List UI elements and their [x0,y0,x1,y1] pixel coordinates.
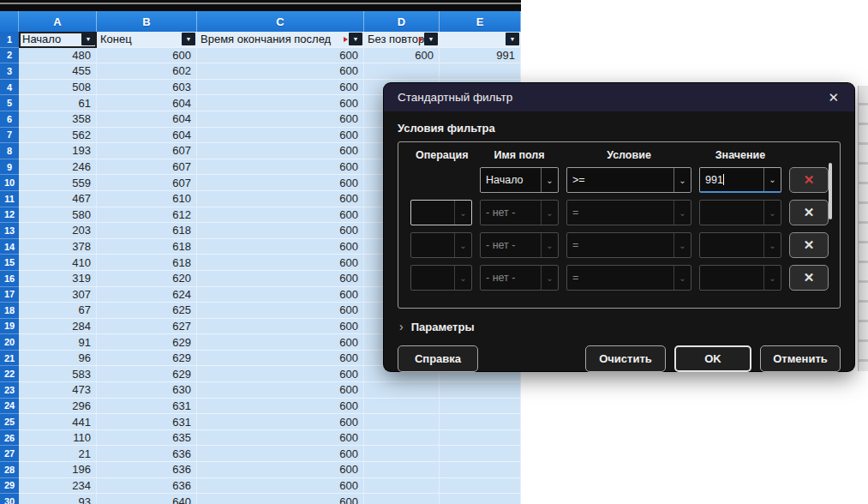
cell[interactable]: 508 [19,80,97,96]
cell[interactable]: 636 [97,478,197,495]
cell[interactable] [440,494,521,504]
cell[interactable]: 600 [197,414,364,430]
operation-dropdown[interactable]: ⌄ [410,232,472,258]
cell[interactable]: 600 [197,128,364,144]
clear-button[interactable]: Очистить [585,345,666,372]
cell[interactable]: 600 [197,319,364,335]
value-combobox[interactable]: 991⌄ [699,167,781,193]
cell[interactable] [364,414,440,430]
chevron-down-icon[interactable]: ⌄ [763,168,781,191]
cell[interactable] [440,446,521,462]
condition-dropdown[interactable]: =⌄ [566,200,691,225]
cell[interactable]: 600 [197,462,364,478]
row-number[interactable]: 15 [0,255,19,271]
cell[interactable] [364,399,440,415]
cell[interactable]: 600 [97,48,197,64]
cell[interactable]: 991 [440,48,521,64]
cell[interactable]: 562 [19,128,97,144]
cell[interactable]: 467 [19,191,97,207]
row-number[interactable]: 27 [0,446,19,462]
operation-dropdown[interactable]: ⌄ [410,200,472,225]
sheet-corner[interactable] [0,11,19,32]
cell[interactable]: 625 [97,303,197,319]
field-name-dropdown[interactable]: - нет -⌄ [480,265,559,291]
row-number[interactable]: 22 [0,366,19,382]
cell[interactable]: 600 [197,255,364,271]
conditions-scrollbar[interactable] [829,163,832,219]
cell[interactable]: 631 [97,414,197,430]
row-number[interactable]: 11 [0,191,19,207]
cell[interactable]: 603 [97,80,197,96]
cell[interactable]: 600 [364,48,440,64]
cell[interactable]: 203 [19,223,97,239]
cell[interactable]: 636 [97,462,197,478]
column-header-d[interactable]: D [364,11,440,32]
cell[interactable]: 600 [197,494,364,504]
row-number[interactable]: 17 [0,287,19,303]
field-name-dropdown[interactable]: Начало⌄ [480,167,559,193]
cell[interactable]: 620 [97,271,197,287]
filter-header-cell[interactable]: Начало▼ [19,32,97,48]
field-name-dropdown[interactable]: - нет -⌄ [480,200,559,225]
condition-dropdown[interactable]: =⌄ [566,265,691,291]
cell[interactable] [440,462,521,478]
cell[interactable]: 618 [97,255,197,271]
cell[interactable]: 627 [97,319,197,335]
chevron-down-icon[interactable]: ⌄ [673,201,691,225]
row-number[interactable]: 18 [0,303,19,319]
row-number[interactable]: 24 [0,399,19,415]
cell[interactable] [364,462,440,478]
cell[interactable]: 196 [19,462,97,478]
help-button[interactable]: Справка [398,345,478,372]
cell[interactable]: 93 [19,494,97,504]
cell[interactable]: 635 [97,430,197,447]
dialog-titlebar[interactable]: Стандартный фильтр ✕ [384,83,854,111]
condition-dropdown[interactable]: >=⌄ [566,167,691,193]
cell[interactable]: 21 [19,446,97,462]
cell[interactable]: 296 [19,399,97,415]
chevron-down-icon[interactable]: ⌄ [541,168,558,192]
cell[interactable]: 610 [97,191,197,207]
cell[interactable]: 600 [197,271,364,287]
filter-header-cell[interactable]: ▼ [440,32,521,48]
cell[interactable]: 600 [197,366,364,382]
cell[interactable]: 600 [197,159,364,176]
cell[interactable]: 61 [19,95,97,111]
chevron-down-icon[interactable]: ⌄ [763,233,781,257]
value-combobox[interactable]: ⌄ [699,265,781,291]
cell[interactable]: 629 [97,366,197,382]
chevron-down-icon[interactable]: ⌄ [541,266,558,290]
cell[interactable]: 600 [197,143,364,159]
chevron-down-icon[interactable]: ⌄ [763,201,781,225]
cell[interactable]: 624 [97,287,197,303]
cell[interactable]: 455 [19,63,97,80]
remove-condition-button[interactable]: ✕ [789,265,829,291]
chevron-down-icon[interactable]: ⌄ [541,201,558,225]
row-number[interactable]: 20 [0,334,19,351]
autofilter-icon[interactable]: ▼ [182,33,195,45]
cell[interactable]: 600 [197,111,364,128]
autofilter-icon[interactable]: ▼ [349,33,362,45]
cell[interactable]: 600 [197,175,364,191]
remove-condition-button[interactable]: ✕ [789,167,829,193]
cell[interactable]: 600 [197,334,364,351]
filter-header-cell[interactable]: Время окончания послед▼ [197,32,364,48]
cell[interactable] [364,430,440,447]
cell[interactable]: 600 [197,303,364,319]
row-number[interactable]: 29 [0,478,19,495]
cell[interactable]: 612 [97,207,197,224]
cell[interactable]: 378 [19,239,97,255]
cell[interactable]: 246 [19,159,97,176]
cell[interactable]: 307 [19,287,97,303]
value-combobox[interactable]: ⌄ [699,232,781,258]
remove-condition-button[interactable]: ✕ [789,232,829,258]
column-header-c[interactable]: C [197,11,364,32]
row-number[interactable]: 28 [0,462,19,478]
cell[interactable]: 473 [19,382,97,399]
ok-button[interactable]: OK [674,345,751,372]
cell[interactable] [364,63,440,80]
cell[interactable] [364,446,440,462]
cell[interactable]: 234 [19,478,97,495]
cell[interactable]: 600 [197,239,364,255]
cell[interactable]: 600 [197,446,364,462]
